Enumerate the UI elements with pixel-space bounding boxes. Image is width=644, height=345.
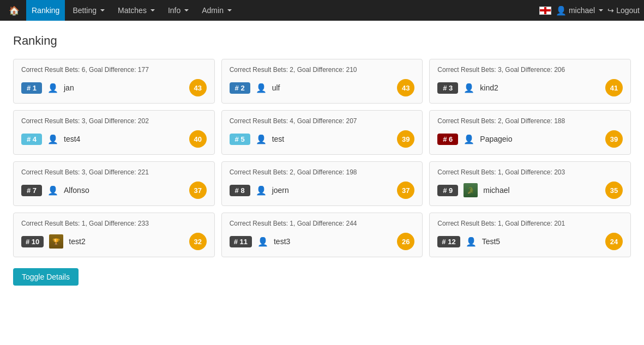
toggle-details-button[interactable]: Toggle Details xyxy=(13,268,79,286)
rank-score: 32 xyxy=(189,233,207,250)
rank-row: # 9 🐊 michael 35 xyxy=(437,181,623,199)
avatar xyxy=(256,185,267,196)
logout-icon: ↪ xyxy=(607,6,614,15)
rank-name: test4 xyxy=(64,135,184,143)
avatar: 🏆 xyxy=(49,234,63,249)
rank-name: kind2 xyxy=(480,83,600,92)
rank-score: 43 xyxy=(397,79,414,96)
rank-score: 39 xyxy=(605,130,623,148)
avatar: 🐊 xyxy=(464,183,478,197)
rank-score: 26 xyxy=(397,233,414,250)
nav-right: 👤 michael ↪ Logout xyxy=(539,5,640,16)
rank-card: Correct Result Bets: 1, Goal Difference:… xyxy=(429,161,631,206)
rank-badge: # 7 xyxy=(21,185,42,196)
avatar xyxy=(256,134,267,144)
nav-matches[interactable]: Matches xyxy=(112,0,160,21)
info-dropdown-icon xyxy=(184,9,189,11)
betting-dropdown-icon xyxy=(100,9,105,11)
rank-name: test xyxy=(272,135,392,143)
rank-badge: # 6 xyxy=(437,134,458,145)
home-button[interactable]: 🏠 xyxy=(4,3,24,18)
flag-icon[interactable] xyxy=(539,7,551,15)
rank-badge: # 10 xyxy=(21,236,44,247)
rank-row: # 10 🏆 test2 32 xyxy=(21,233,207,250)
rank-badge: # 5 xyxy=(230,134,250,145)
rank-badge: # 8 xyxy=(230,185,250,196)
rank-name: joern xyxy=(272,186,392,195)
rank-subtitle: Correct Result Bets: 1, Goal Difference:… xyxy=(437,168,623,176)
rank-subtitle: Correct Result Bets: 3, Goal Difference:… xyxy=(437,66,623,74)
nav-admin[interactable]: Admin xyxy=(196,0,237,21)
matches-dropdown-icon xyxy=(151,9,155,11)
rank-card: Correct Result Bets: 1, Goal Difference:… xyxy=(13,213,215,257)
rank-subtitle: Correct Result Bets: 6, Goal Difference:… xyxy=(21,66,207,74)
rank-row: # 1 jan 43 xyxy=(21,79,207,96)
rank-card: Correct Result Bets: 1, Goal Difference:… xyxy=(221,213,423,257)
avatar xyxy=(466,237,477,247)
admin-dropdown-icon xyxy=(227,9,232,11)
avatar xyxy=(464,83,474,93)
navbar: 🏠 Ranking Betting Matches Info Admin 👤 m… xyxy=(0,0,644,21)
rank-score: 41 xyxy=(605,79,623,96)
rank-badge: # 11 xyxy=(230,236,252,247)
avatar xyxy=(464,134,474,144)
user-dropdown-icon xyxy=(599,9,603,11)
avatar xyxy=(47,134,58,144)
logout-button[interactable]: ↪ Logout xyxy=(607,6,640,15)
nav-info[interactable]: Info xyxy=(162,0,194,21)
rank-row: # 4 test4 40 xyxy=(21,130,207,148)
page-title: Ranking xyxy=(13,34,631,48)
rank-badge: # 3 xyxy=(437,82,458,94)
rank-name: Test5 xyxy=(482,237,600,246)
rank-name: Papageio xyxy=(480,135,600,143)
rank-name: Alfonso xyxy=(64,186,184,195)
rank-row: # 7 Alfonso 37 xyxy=(21,181,207,199)
rank-badge: # 1 xyxy=(21,82,42,94)
rank-name: jan xyxy=(64,83,184,92)
rank-card: Correct Result Bets: 2, Goal Difference:… xyxy=(429,110,631,155)
rank-row: # 6 Papageio 39 xyxy=(437,130,623,148)
rank-subtitle: Correct Result Bets: 1, Goal Difference:… xyxy=(230,220,415,227)
rank-score: 40 xyxy=(189,130,207,148)
rank-card: Correct Result Bets: 3, Goal Difference:… xyxy=(429,59,631,104)
rank-subtitle: Correct Result Bets: 3, Goal Difference:… xyxy=(21,168,207,176)
rank-row: # 12 Test5 24 xyxy=(437,233,623,250)
rank-row: # 5 test 39 xyxy=(230,130,415,148)
rank-card: Correct Result Bets: 2, Goal Difference:… xyxy=(221,161,423,206)
rank-subtitle: Correct Result Bets: 2, Goal Difference:… xyxy=(437,117,623,125)
rank-row: # 3 kind2 41 xyxy=(437,79,623,96)
user-menu[interactable]: 👤 michael xyxy=(556,5,603,16)
rank-badge: # 2 xyxy=(230,82,250,94)
rank-card: Correct Result Bets: 6, Goal Difference:… xyxy=(13,59,215,104)
user-avatar-icon: 👤 xyxy=(556,5,567,16)
rank-row: # 11 test3 26 xyxy=(230,233,415,250)
rank-subtitle: Correct Result Bets: 2, Goal Difference:… xyxy=(230,168,415,176)
rank-card: Correct Result Bets: 3, Goal Difference:… xyxy=(13,110,215,155)
rank-subtitle: Correct Result Bets: 3, Goal Difference:… xyxy=(21,117,207,125)
avatar xyxy=(47,185,58,196)
rank-subtitle: Correct Result Bets: 4, Goal Difference:… xyxy=(230,117,415,125)
nav-ranking[interactable]: Ranking xyxy=(26,0,65,21)
avatar xyxy=(256,83,267,93)
rank-subtitle: Correct Result Bets: 1, Goal Difference:… xyxy=(21,220,207,227)
rank-name: test3 xyxy=(274,237,392,246)
avatar xyxy=(257,237,268,247)
rank-score: 24 xyxy=(605,233,623,250)
rank-score: 37 xyxy=(397,181,414,199)
rank-badge: # 12 xyxy=(437,236,460,247)
avatar xyxy=(47,83,58,93)
rank-row: # 8 joern 37 xyxy=(230,181,415,199)
rank-score: 35 xyxy=(605,181,623,199)
rank-card: Correct Result Bets: 3, Goal Difference:… xyxy=(13,161,215,206)
rank-name: ulf xyxy=(272,83,392,92)
rank-card: Correct Result Bets: 2, Goal Difference:… xyxy=(221,59,423,104)
nav-betting[interactable]: Betting xyxy=(67,0,110,21)
rank-badge: # 9 xyxy=(437,185,458,196)
rank-card: Correct Result Bets: 4, Goal Difference:… xyxy=(221,110,423,155)
rank-card: Correct Result Bets: 1, Goal Difference:… xyxy=(429,213,631,257)
rank-row: # 2 ulf 43 xyxy=(230,79,415,96)
rank-name: michael xyxy=(483,186,600,195)
rank-subtitle: Correct Result Bets: 2, Goal Difference:… xyxy=(230,66,415,74)
ranking-grid: Correct Result Bets: 6, Goal Difference:… xyxy=(13,59,631,257)
rank-badge: # 4 xyxy=(21,134,42,145)
